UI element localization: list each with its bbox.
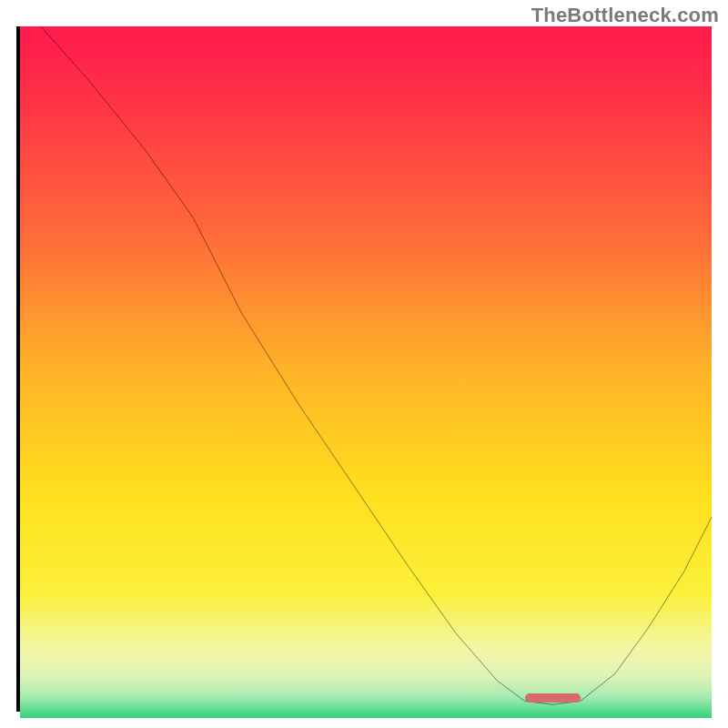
curve-layer	[20, 26, 712, 708]
optimal-range-marker	[525, 693, 581, 703]
chart-container: TheBottleneck.com	[0, 0, 728, 728]
watermark-text: TheBottleneck.com	[531, 4, 719, 27]
bottleneck-curve	[41, 26, 712, 704]
plot-frame	[16, 26, 712, 712]
